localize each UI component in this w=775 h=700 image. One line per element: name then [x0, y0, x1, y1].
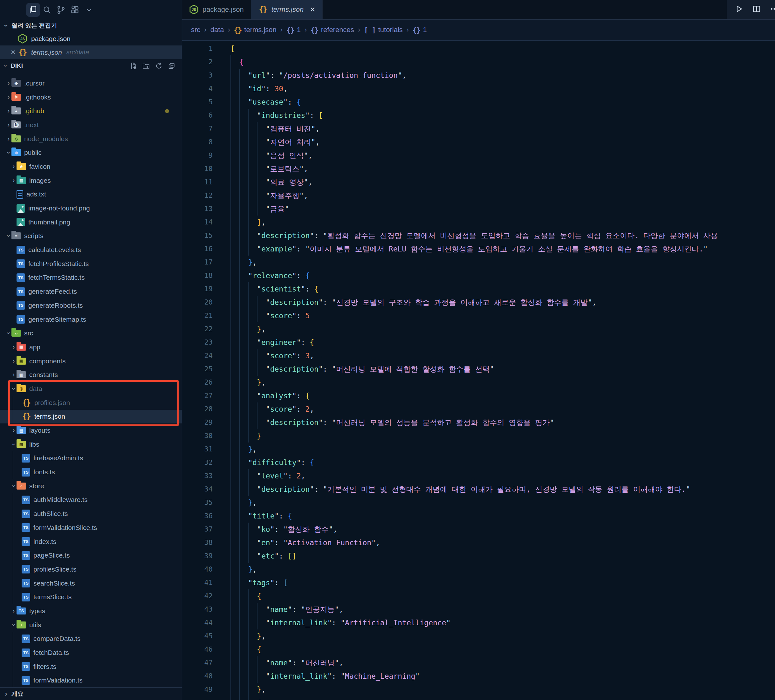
tree-item-profiles.json[interactable]: {}profiles.json	[0, 396, 182, 410]
search-icon[interactable]	[40, 3, 54, 17]
tree-item-app[interactable]: ›▦app	[0, 340, 182, 354]
code-line-31: },	[231, 442, 775, 456]
tree-item-label: constants	[29, 371, 58, 379]
line-number: 7	[182, 122, 213, 135]
breadcrumb-separator: ›	[204, 26, 206, 34]
open-editor-item-package.json[interactable]: JSpackage.json	[0, 32, 182, 45]
tree-item-images[interactable]: ›▨images	[0, 174, 182, 188]
code-line-15: "description": "활성화 함수는 신경망 모델에서 비선형성을 도…	[231, 229, 775, 242]
tree-item-image-not-found.png[interactable]: image-not-found.png	[0, 201, 182, 215]
close-icon[interactable]: ×	[8, 47, 18, 57]
code-line-43: "name": "인공지능",	[231, 603, 775, 616]
tree-item-profilesSlice.ts[interactable]: TSprofilesSlice.ts	[0, 562, 182, 576]
tree-item-favicon[interactable]: ›★favicon	[0, 160, 182, 174]
explorer-section-header[interactable]: › DIKI	[0, 59, 182, 73]
tree-item-generateRobots.ts[interactable]: TSgenerateRobots.ts	[0, 299, 182, 313]
new-file-icon[interactable]	[128, 60, 139, 71]
tree-item-fetchTermsStatic.ts[interactable]: TSfetchTermsStatic.ts	[0, 271, 182, 285]
tree-item-searchSlice.ts[interactable]: TSsearchSlice.ts	[0, 576, 182, 590]
line-number: 35	[182, 496, 213, 509]
open-editor-item-terms.json[interactable]: ×{}terms.jsonsrc/data	[0, 45, 182, 59]
breadcrumb-item-1[interactable]: {}1	[286, 26, 301, 34]
tree-item-utils[interactable]: ›+utils	[0, 618, 182, 632]
folder-icon-utils: +	[17, 622, 26, 629]
tree-item-filters.ts[interactable]: TSfilters.ts	[0, 660, 182, 673]
tree-item-types[interactable]: ›TStypes	[0, 604, 182, 618]
tree-item-src[interactable]: ›‹›src	[0, 326, 182, 340]
tree-item-terms.json[interactable]: {}terms.json	[0, 410, 182, 424]
breadcrumb-item-tutorials[interactable]: [ ]tutorials	[364, 26, 403, 34]
tree-item-.github[interactable]: ›●.github	[0, 104, 182, 118]
chevron-right-icon: ›	[11, 427, 17, 434]
chevron-right-icon: ›	[11, 163, 17, 170]
tree-item-label: generateFeed.ts	[28, 288, 77, 295]
indent-guide	[13, 646, 13, 660]
code-editor[interactable]: 1[2 {3 "url": "/posts/activation-functio…	[182, 42, 775, 700]
breadcrumb-separator: ›	[228, 26, 230, 34]
tree-item-.githooks[interactable]: ›⚑.githooks	[0, 90, 182, 104]
tree-item-label: src	[24, 329, 33, 337]
tree-item-scripts[interactable]: ›≡scripts	[0, 229, 182, 243]
tree-item-formValidation.ts[interactable]: TSformValidation.ts	[0, 673, 182, 687]
tree-item-constants[interactable]: ›▥constants	[0, 368, 182, 382]
tree-item-store[interactable]: ›⌂store	[0, 479, 182, 493]
run-icon[interactable]	[734, 4, 743, 15]
open-editors-header[interactable]: › 열려 있는 편집기	[0, 20, 182, 32]
tree-item-firebaseAdmin.ts[interactable]: TSfirebaseAdmin.ts	[0, 451, 182, 466]
split-editor-icon[interactable]	[752, 4, 761, 15]
file-icon-ts: TS	[22, 635, 30, 643]
indent-guide	[13, 451, 13, 466]
tree-item-pageSlice.ts[interactable]: TSpageSlice.ts	[0, 549, 182, 562]
code-line-23: "engineer": {	[231, 336, 775, 349]
folder-icon-app: ▦	[17, 344, 26, 351]
tree-item-authMiddleware.ts[interactable]: TSauthMiddleware.ts	[0, 493, 182, 507]
folder-icon-components: ▣	[17, 357, 26, 365]
tree-item-fetchData.ts[interactable]: TSfetchData.ts	[0, 646, 182, 660]
tree-item-components[interactable]: ›▣components	[0, 354, 182, 368]
tree-item-libs[interactable]: ›▧libs	[0, 437, 182, 451]
chevron-down-icon: ›	[5, 150, 12, 155]
refresh-icon[interactable]	[153, 60, 164, 71]
tree-item-fonts.ts[interactable]: TSfonts.ts	[0, 465, 182, 479]
tree-item-authSlice.ts[interactable]: TSauthSlice.ts	[0, 507, 182, 521]
tree-item-thumbnail.png[interactable]: thumbnail.png	[0, 215, 182, 229]
tree-item-label: pageSlice.ts	[33, 552, 70, 559]
tab-package.json[interactable]: JSpackage.json	[182, 0, 251, 19]
activity-bar	[0, 0, 182, 20]
source-control-icon[interactable]	[54, 3, 68, 17]
tree-item-fetchProfilesStatic.ts[interactable]: TSfetchProfilesStatic.ts	[0, 257, 182, 271]
tree-item-node_modules[interactable]: ›◇node_modules	[0, 132, 182, 146]
more-actions-icon[interactable]	[770, 4, 775, 15]
tree-item-index.ts[interactable]: TSindex.ts	[0, 535, 182, 549]
tree-item-.next[interactable]: ›N.next	[0, 118, 182, 132]
breadcrumb-item-1[interactable]: {}1	[412, 26, 427, 34]
tree-item-layouts[interactable]: ›▤layouts	[0, 424, 182, 437]
tree-item-data[interactable]: ›◎data	[0, 382, 182, 396]
breadcrumb-item-data[interactable]: data	[210, 26, 224, 34]
tree-item-.cursor[interactable]: ›◆.cursor	[0, 76, 182, 90]
tab-terms.json[interactable]: {}terms.json×	[251, 0, 323, 19]
collapse-all-icon[interactable]	[166, 60, 177, 71]
explorer-icon[interactable]	[26, 3, 40, 17]
tree-item-calculateLevels.ts[interactable]: TScalculateLevels.ts	[0, 243, 182, 257]
tree-item-label: termsSlice.ts	[33, 593, 72, 601]
new-folder-icon[interactable]	[140, 60, 151, 71]
chevron-down-icon[interactable]	[82, 3, 96, 17]
extensions-icon[interactable]	[68, 3, 82, 17]
tree-item-ads.txt[interactable]: ads.txt	[0, 188, 182, 201]
breadcrumb-item-references[interactable]: {}references	[311, 26, 354, 34]
breadcrumb-item-src[interactable]: src	[191, 26, 200, 34]
tree-item-termsSlice.ts[interactable]: TStermsSlice.ts	[0, 590, 182, 604]
line-number: 49	[182, 683, 213, 696]
breadcrumb-item-terms.json[interactable]: {}terms.json	[234, 26, 276, 34]
tree-item-generateFeed.ts[interactable]: TSgenerateFeed.ts	[0, 284, 182, 299]
tree-item-generateSitemap.ts[interactable]: TSgenerateSitemap.ts	[0, 313, 182, 326]
outline-section-header[interactable]: › 개요	[0, 687, 182, 700]
chevron-down-icon: ›	[10, 386, 17, 392]
tree-item-formValidationSlice.ts[interactable]: TSformValidationSlice.ts	[0, 521, 182, 535]
tree-item-public[interactable]: ›⊕public	[0, 146, 182, 160]
indent-guide	[13, 632, 13, 646]
folder-icon-cursor: ◆	[12, 80, 21, 87]
tree-item-compareData.ts[interactable]: TScompareData.ts	[0, 632, 182, 646]
close-icon[interactable]: ×	[310, 5, 315, 15]
